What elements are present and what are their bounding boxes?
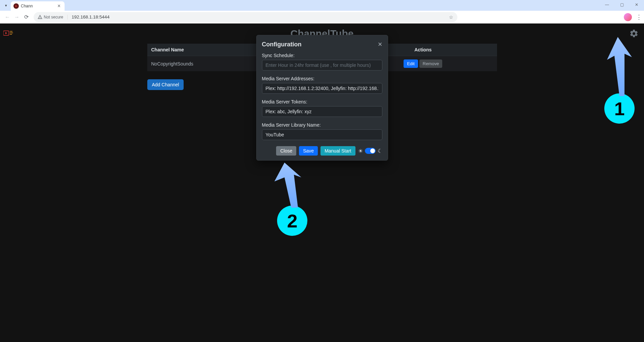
media-server-library-input[interactable] [262,129,382,140]
close-button[interactable]: Close [276,146,296,156]
media-server-addresses-label: Media Server Addresses: [262,76,382,81]
profile-avatar[interactable] [624,13,632,21]
window-controls: — ▢ ✕ [600,0,644,9]
sync-schedule-label: Sync Schedule: [262,53,382,58]
theme-toggle-switch[interactable] [365,148,376,154]
media-server-tokens-input[interactable] [262,106,382,117]
tabs-dropdown-caret[interactable]: ▾ [3,1,9,9]
sun-icon: ☀ [358,148,363,154]
svg-point-1 [40,18,40,18]
reload-button[interactable]: ⟳ [22,12,31,22]
browser-titlebar: ▾ Chann × — ▢ ✕ [0,0,644,11]
tab-favicon [13,3,19,9]
save-button[interactable]: Save [299,146,318,156]
media-server-tokens-label: Media Server Tokens: [262,99,382,104]
bookmark-star-icon[interactable]: ☆ [449,14,453,20]
browser-toolbar: ← → ⟳ Not secure 192.168.1.18:5444 ☆ ⋮ [0,11,644,24]
back-button[interactable]: ← [3,12,12,22]
modal-title: Configuration [262,41,302,48]
address-url: 192.168.1.18:5444 [72,14,449,19]
app-root: ChannelTube Channel Name La Actions NoCo… [0,24,644,342]
browser-tab[interactable]: Chann × [11,1,65,11]
manual-start-button[interactable]: Manual Start [320,146,355,156]
moon-icon: ☾ [378,148,382,154]
browser-menu-icon[interactable]: ⋮ [636,13,641,21]
address-bar[interactable]: Not secure 192.168.1.18:5444 ☆ [34,12,457,22]
theme-toggle: ☀ ☾ [358,148,382,154]
tab-close-icon[interactable]: × [56,3,62,9]
window-maximize-icon[interactable]: ▢ [614,0,629,9]
security-badge: Not secure [38,15,68,19]
window-minimize-icon[interactable]: — [600,0,614,9]
forward-button[interactable]: → [12,12,22,22]
window-close-icon[interactable]: ✕ [629,0,644,9]
media-server-addresses-input[interactable] [262,83,382,94]
configuration-modal: Configuration × Sync Schedule: Media Ser… [256,35,388,161]
modal-close-icon[interactable]: × [378,41,382,48]
tab-title: Chann [21,4,56,8]
warning-icon [38,15,42,19]
media-server-library-label: Media Server Library Name: [262,122,382,128]
modal-backdrop: Configuration × Sync Schedule: Media Ser… [0,24,644,342]
sync-schedule-input[interactable] [262,60,382,71]
